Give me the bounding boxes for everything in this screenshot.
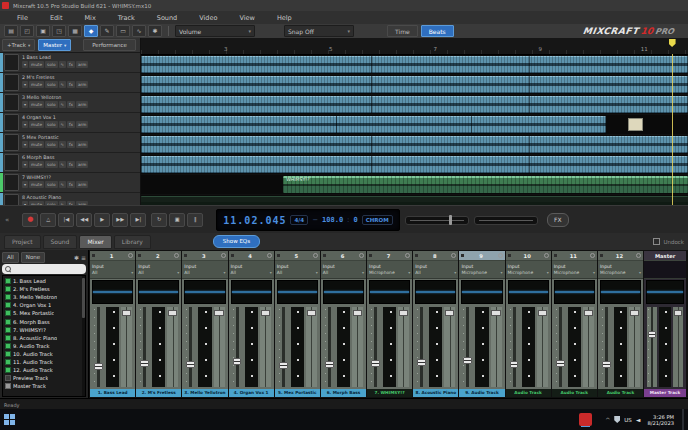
strip-solo-icon[interactable] — [359, 253, 364, 258]
track-checkbox[interactable] — [5, 367, 11, 373]
arm-button[interactable]: arm — [76, 101, 88, 108]
tab-library[interactable]: Library — [114, 235, 151, 249]
time-signature[interactable]: 4/4 — [290, 215, 308, 225]
strip-mute-icon[interactable] — [369, 254, 372, 257]
strip-solo-icon[interactable] — [405, 253, 410, 258]
add-track-button[interactable]: +Track▾ — [2, 39, 35, 51]
mixer-list-item[interactable]: 5. Mex Portastic — [3, 309, 85, 317]
slider-handle[interactable] — [449, 215, 452, 225]
clip-marker[interactable] — [628, 118, 643, 131]
master-fx-button[interactable]: FX — [547, 213, 569, 227]
automation-button[interactable]: ∿ — [59, 101, 67, 108]
strip-automation-display[interactable] — [323, 280, 364, 304]
beats-mode-toggle[interactable]: Beats — [421, 25, 454, 37]
pan-slider[interactable] — [278, 307, 289, 387]
volume-fader-handle[interactable] — [168, 310, 177, 316]
track-dropdown[interactable]: ▾ — [22, 81, 28, 88]
mute-button[interactable]: mute — [29, 101, 44, 108]
strip-mute-icon[interactable] — [323, 254, 326, 257]
language-indicator[interactable]: US — [624, 417, 632, 423]
fx-button[interactable]: fx — [67, 81, 75, 88]
track-checkbox[interactable] — [5, 302, 11, 308]
fx-button[interactable]: fx — [67, 181, 75, 188]
strip-solo-icon[interactable] — [313, 253, 318, 258]
pan-slider-handle[interactable] — [371, 360, 380, 367]
strip-input-selector[interactable]: InputAll▾ — [275, 261, 320, 279]
track-header-2[interactable]: 2 M's Fretless▾mutesolo∿fxarm — [0, 73, 140, 93]
pan-slider-handle[interactable] — [417, 359, 426, 366]
track-dropdown[interactable]: ▾ — [22, 141, 28, 148]
record-button[interactable]: ● — [22, 213, 38, 227]
audio-clip[interactable] — [141, 156, 688, 173]
mixer-list-item[interactable]: 10. Audio Track — [3, 350, 85, 358]
menu-item-edit[interactable]: Edit — [39, 14, 74, 22]
wave-tool-icon[interactable]: ∿ — [132, 25, 146, 37]
volume-fader[interactable] — [306, 307, 317, 387]
mute-button[interactable]: mute — [29, 141, 44, 148]
menu-item-video[interactable]: Video — [188, 14, 228, 22]
track-checkbox[interactable] — [5, 375, 11, 381]
solo-button[interactable]: solo — [45, 121, 57, 128]
automation-button[interactable]: ∿ — [59, 61, 67, 68]
volume-fader[interactable] — [444, 307, 455, 387]
strip-mute-icon[interactable] — [231, 254, 234, 257]
channel-strip-10[interactable]: 10InputMicrophone▾Audio Track — [506, 251, 551, 397]
channel-strip-12[interactable]: 12InputMicrophone▾Audio Track — [598, 251, 643, 397]
strip-automation-display[interactable] — [415, 280, 456, 304]
pan-slider[interactable] — [185, 307, 196, 387]
performance-button[interactable]: Performance — [83, 39, 136, 51]
tab-mixer[interactable]: Mixer — [79, 235, 111, 249]
volume-icon[interactable]: ◄ — [636, 416, 641, 423]
eraser-tool-icon[interactable]: ▭ — [116, 25, 130, 37]
strip-mute-icon[interactable] — [508, 254, 511, 257]
arm-button[interactable]: arm — [76, 181, 88, 188]
automation-button[interactable]: ∿ — [59, 181, 67, 188]
solo-button[interactable]: solo — [45, 181, 57, 188]
loop-button[interactable]: ↻ — [151, 213, 167, 227]
strip-input-selector[interactable] — [644, 261, 686, 279]
track-header-6[interactable]: 6 Morph Bass▾mutesolo∿fxarm — [0, 153, 140, 173]
metronome-button[interactable]: △ — [40, 213, 56, 227]
audio-clip[interactable] — [141, 116, 606, 133]
solo-button[interactable]: solo — [45, 81, 57, 88]
pan-slider[interactable] — [647, 307, 657, 387]
volume-fader[interactable] — [583, 307, 594, 387]
track-header-5[interactable]: 5 Mex Portastic▾mutesolo∿fxarm — [0, 133, 140, 153]
track-checkbox[interactable] — [5, 294, 11, 300]
strip-input-selector[interactable]: InputAll▾ — [413, 261, 458, 279]
fx-button[interactable]: fx — [67, 141, 75, 148]
mixer-list-item[interactable]: Preview Track — [3, 374, 85, 382]
fx-button[interactable]: fx — [67, 101, 75, 108]
mixer-list-item[interactable]: 1. Bass Lead — [3, 277, 85, 285]
pan-slider-handle[interactable] — [140, 360, 149, 367]
audio-clip[interactable] — [141, 56, 688, 73]
channel-strip-6[interactable]: 6InputAll▾6. Morph Bass — [321, 251, 366, 397]
volume-fader[interactable] — [167, 307, 178, 387]
volume-fader-handle[interactable] — [538, 310, 547, 316]
tray-chevron-icon[interactable]: ^ — [605, 416, 610, 423]
new-project-icon[interactable]: ▤ — [4, 25, 18, 37]
mixer-list-item[interactable]: 2. M's Fretless — [3, 285, 85, 293]
strip-automation-display[interactable] — [184, 280, 225, 304]
mixer-list-item[interactable]: 3. Mello Yellotron — [3, 293, 85, 301]
mixer-list-item[interactable]: 12. Audio Track — [3, 366, 85, 374]
strip-automation-display[interactable] — [461, 280, 502, 304]
strip-automation-display[interactable] — [508, 280, 549, 304]
strip-mute-icon[interactable] — [277, 254, 280, 257]
strip-input-selector[interactable]: InputAll▾ — [90, 261, 135, 279]
volume-fader[interactable] — [673, 307, 683, 387]
strip-mute-icon[interactable] — [461, 254, 464, 257]
pan-slider-handle[interactable] — [602, 361, 611, 368]
settings-icon[interactable]: ✱ — [148, 25, 162, 37]
menu-item-view[interactable]: View — [228, 14, 265, 22]
start-button[interactable] — [4, 414, 16, 426]
volume-fader-handle[interactable] — [214, 310, 223, 316]
pan-slider-handle[interactable] — [94, 363, 103, 370]
mixer-list-item[interactable]: 7. WHIMSY!? — [3, 326, 85, 334]
track-checkbox[interactable] — [5, 383, 11, 389]
volume-fader[interactable] — [214, 307, 225, 387]
mute-button[interactable]: mute — [29, 81, 44, 88]
solo-button[interactable]: solo — [45, 61, 57, 68]
strip-input-selector[interactable]: InputMicrophone▾ — [459, 261, 504, 279]
play-button[interactable]: ▶ — [94, 213, 110, 227]
